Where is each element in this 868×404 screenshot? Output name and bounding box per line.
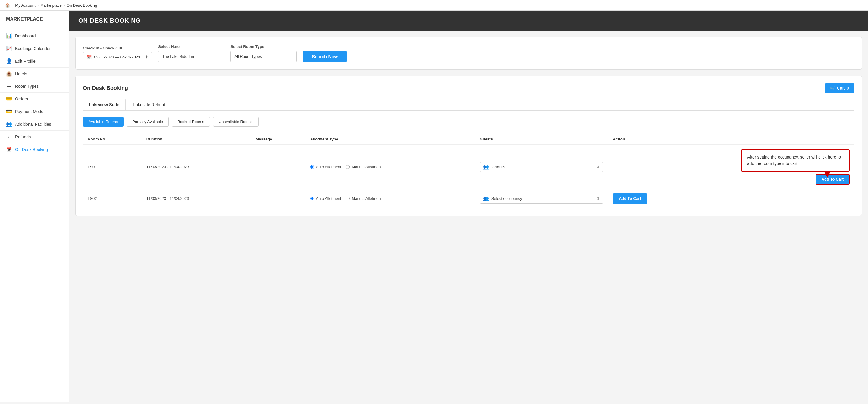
manual-allotment-ls01[interactable]: Manual Allotment [346, 165, 382, 169]
sidebar-item-refunds[interactable]: ↩ Refunds [0, 131, 69, 143]
guests-select-ls01[interactable]: 2 Adults [491, 165, 594, 169]
tooltip-arrow [824, 171, 831, 178]
booking-card: On Desk Booking 🛒 Cart 0 Lakeview Suite … [75, 76, 862, 216]
room-type-label: Select Room Type [230, 44, 297, 49]
sidebar-item-hotels[interactable]: 🏨 Hotels [0, 67, 69, 80]
search-card: Check In - Check Out 📅 03-11-2023 — 04-1… [75, 37, 862, 70]
add-to-cart-ls01[interactable]: Add To Cart [815, 174, 849, 184]
sidebar-item-on-desk-booking[interactable]: 📅 On Desk Booking [0, 143, 69, 156]
hotel-select[interactable]: The Lake Side Inn [158, 51, 224, 62]
hotels-icon: 🏨 [6, 71, 12, 77]
allotment-ls02: Auto Allotment Manual Allotment [306, 189, 475, 208]
filter-booked-rooms[interactable]: Booked Rooms [172, 117, 210, 126]
col-action: Action [608, 134, 855, 145]
on-desk-booking-icon: 📅 [6, 146, 12, 152]
allotment-ls01: Auto Allotment Manual Allotment [306, 145, 475, 189]
add-to-cart-ls02[interactable]: Add To Cart [613, 193, 647, 204]
breadcrumb-my-account[interactable]: My Account [15, 3, 35, 7]
breadcrumb-marketplace[interactable]: Marketplace [40, 3, 62, 7]
guests-chevron-ls01: ⬍ [596, 165, 600, 169]
search-now-button[interactable]: Search Now [303, 51, 347, 62]
col-guests: Guests [475, 134, 608, 145]
auto-allotment-ls01[interactable]: Auto Allotment [310, 165, 341, 169]
home-icon: 🏠 [5, 2, 10, 8]
hotel-label: Select Hotel [158, 44, 224, 49]
dashboard-icon: 📊 [6, 33, 12, 38]
room-no-ls01: LS01 [83, 145, 142, 189]
breadcrumb-sep-3: › [64, 3, 65, 7]
breadcrumb-sep-1: › [12, 3, 13, 7]
cart-icon: 🛒 [830, 86, 835, 90]
breadcrumb-on-desk-booking[interactable]: On Desk Booking [67, 3, 97, 7]
cart-button[interactable]: 🛒 Cart 0 [825, 83, 855, 93]
filter-partially-available[interactable]: Partially Available [127, 117, 169, 126]
hotel-field: Select Hotel The Lake Side Inn [158, 44, 224, 62]
guests-icon-ls02: 👥 [483, 196, 489, 201]
room-tabs: Lakeview Suite Lakeside Retreat [83, 99, 855, 111]
guests-chevron-ls02: ⬍ [596, 196, 600, 201]
tooltip-content: After setting the occupancy, seller will… [741, 149, 849, 172]
message-ls02 [251, 189, 305, 208]
action-ls01: After setting the occupancy, seller will… [608, 145, 855, 189]
sidebar-item-additional-facilities[interactable]: 👥 Additional Facilities [0, 118, 69, 131]
table-row: LS02 11/03/2023 - 11/04/2023 Auto Allotm… [83, 189, 855, 208]
filter-available-rooms[interactable]: Available Rooms [83, 117, 124, 126]
room-type-field: Select Room Type All Room Types [230, 44, 297, 62]
guests-ls01: 👥 2 Adults ⬍ [475, 145, 608, 189]
tab-lakeside-retreat[interactable]: Lakeside Retreat [127, 99, 172, 110]
checkin-checkout-field: Check In - Check Out 📅 03-11-2023 — 04-1… [83, 46, 152, 62]
checkin-label: Check In - Check Out [83, 46, 152, 50]
main-content: ON DESK BOOKING Check In - Check Out 📅 0… [69, 10, 868, 403]
tab-lakeview-suite[interactable]: Lakeview Suite [83, 99, 126, 110]
additional-facilities-icon: 👥 [6, 121, 12, 127]
sidebar-item-room-types[interactable]: 🛏 Room Types [0, 80, 69, 92]
sidebar-item-bookings-calender[interactable]: 📈 Bookings Calender [0, 42, 69, 55]
sidebar-item-edit-profile[interactable]: 👤 Edit Profile [0, 55, 69, 67]
bookings-calender-icon: 📈 [6, 46, 12, 51]
payment-mode-icon: 💳 [6, 109, 12, 114]
auto-allotment-ls02[interactable]: Auto Allotment [310, 196, 341, 201]
rooms-table: Room No. Duration Message Allotment Type… [83, 134, 855, 208]
table-row: LS01 11/03/2023 - 11/04/2023 Auto Allotm… [83, 145, 855, 189]
date-spinner-icon: ⬍ [145, 55, 148, 59]
guests-ls02: 👥 Select occupancy ⬍ [475, 189, 608, 208]
breadcrumb-home[interactable]: 🏠 [5, 2, 10, 8]
cart-label: Cart [837, 86, 845, 90]
refunds-icon: ↩ [6, 134, 12, 140]
duration-ls01: 11/03/2023 - 11/04/2023 [142, 145, 251, 189]
date-input-wrapper[interactable]: 📅 03-11-2023 — 04-11-2023 ⬍ [83, 52, 152, 62]
sidebar-item-dashboard[interactable]: 📊 Dashboard [0, 30, 69, 42]
col-message: Message [251, 134, 305, 145]
date-value: 03-11-2023 — 04-11-2023 [94, 55, 140, 59]
guests-select-ls02[interactable]: Select occupancy [491, 196, 594, 201]
sidebar-item-orders[interactable]: 💳 Orders [0, 92, 69, 105]
manual-allotment-ls02[interactable]: Manual Allotment [346, 196, 382, 201]
breadcrumb-sep-2: › [37, 3, 38, 7]
col-duration: Duration [142, 134, 251, 145]
filter-unavailable-rooms[interactable]: Unavailable Rooms [213, 117, 258, 126]
room-type-select[interactable]: All Room Types [230, 51, 297, 62]
booking-card-header: On Desk Booking 🛒 Cart 0 [83, 83, 855, 93]
room-types-icon: 🛏 [6, 84, 12, 89]
room-no-ls02: LS02 [83, 189, 142, 208]
edit-profile-icon: 👤 [6, 58, 12, 64]
tooltip-box: After setting the occupancy, seller will… [741, 149, 849, 172]
guests-icon-ls01: 👥 [483, 164, 489, 170]
col-room-no: Room No. [83, 134, 142, 145]
booking-card-title: On Desk Booking [83, 85, 128, 91]
cart-count: 0 [847, 86, 849, 90]
sidebar: MARKETPLACE 📊 Dashboard 📈 Bookings Calen… [0, 10, 69, 403]
page-header: ON DESK BOOKING [69, 10, 868, 31]
calendar-icon: 📅 [87, 55, 92, 59]
duration-ls02: 11/03/2023 - 11/04/2023 [142, 189, 251, 208]
message-ls01 [251, 145, 305, 189]
sidebar-title: MARKETPLACE [0, 17, 69, 27]
action-ls02: Add To Cart [608, 189, 855, 208]
col-allotment-type: Allotment Type [306, 134, 475, 145]
breadcrumb: 🏠 › My Account › Marketplace › On Desk B… [0, 0, 868, 10]
orders-icon: 💳 [6, 96, 12, 102]
sidebar-item-payment-mode[interactable]: 💳 Payment Mode [0, 105, 69, 118]
filter-buttons: Available Rooms Partially Available Book… [83, 117, 855, 126]
